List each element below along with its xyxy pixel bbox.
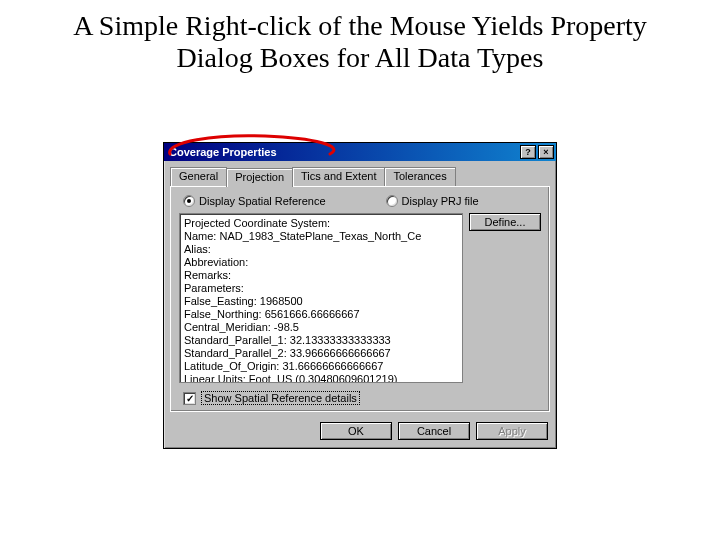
close-button[interactable]: × bbox=[538, 145, 554, 159]
apply-button[interactable]: Apply bbox=[476, 422, 548, 440]
dialog-buttons: OK Cancel Apply bbox=[164, 418, 556, 448]
list-item: Latitude_Of_Origin: 31.66666666666667 bbox=[184, 360, 458, 373]
tab-tics-extent[interactable]: Tics and Extent bbox=[292, 167, 385, 186]
list-item: Alias: bbox=[184, 243, 458, 256]
list-item: False_Easting: 1968500 bbox=[184, 295, 458, 308]
annotation-circle bbox=[155, 132, 355, 162]
spatial-reference-listbox[interactable]: Projected Coordinate System: Name: NAD_1… bbox=[179, 213, 463, 383]
tab-strip: General Projection Tics and Extent Toler… bbox=[164, 161, 556, 186]
list-item: False_Northing: 6561666.66666667 bbox=[184, 308, 458, 321]
radio-group: Display Spatial Reference Display PRJ fi… bbox=[179, 195, 541, 207]
radio-label: Display PRJ file bbox=[402, 195, 479, 207]
list-item: Central_Meridian: -98.5 bbox=[184, 321, 458, 334]
show-details-label[interactable]: Show Spatial Reference details bbox=[201, 391, 360, 405]
define-button[interactable]: Define... bbox=[469, 213, 541, 231]
radio-icon bbox=[386, 195, 398, 207]
help-button[interactable]: ? bbox=[520, 145, 536, 159]
list-item: Parameters: bbox=[184, 282, 458, 295]
slide-title: A Simple Right-click of the Mouse Yields… bbox=[40, 10, 680, 74]
tab-panel-projection: Display Spatial Reference Display PRJ fi… bbox=[170, 186, 550, 412]
tab-tolerances[interactable]: Tolerances bbox=[384, 167, 455, 186]
dialog-container: Coverage Properties ? × General Projecti… bbox=[163, 142, 557, 449]
radio-display-prj[interactable]: Display PRJ file bbox=[386, 195, 479, 207]
radio-icon bbox=[183, 195, 195, 207]
list-item: Standard_Parallel_2: 33.96666666666667 bbox=[184, 347, 458, 360]
list-item: Abbreviation: bbox=[184, 256, 458, 269]
list-item: Name: NAD_1983_StatePlane_Texas_North_Ce bbox=[184, 230, 458, 243]
radio-display-sr[interactable]: Display Spatial Reference bbox=[183, 195, 326, 207]
list-item: Projected Coordinate System: bbox=[184, 217, 458, 230]
list-item: Standard_Parallel_1: 32.13333333333333 bbox=[184, 334, 458, 347]
list-item: Linear Units: Foot_US (0.30480609601219) bbox=[184, 373, 458, 383]
tab-projection[interactable]: Projection bbox=[226, 168, 293, 187]
radio-label: Display Spatial Reference bbox=[199, 195, 326, 207]
show-details-checkbox[interactable]: ✓ bbox=[183, 392, 196, 405]
tab-general[interactable]: General bbox=[170, 167, 227, 186]
show-details-row: ✓ Show Spatial Reference details bbox=[179, 391, 541, 405]
cancel-button[interactable]: Cancel bbox=[398, 422, 470, 440]
properties-window: Coverage Properties ? × General Projecti… bbox=[163, 142, 557, 449]
list-item: Remarks: bbox=[184, 269, 458, 282]
ok-button[interactable]: OK bbox=[320, 422, 392, 440]
